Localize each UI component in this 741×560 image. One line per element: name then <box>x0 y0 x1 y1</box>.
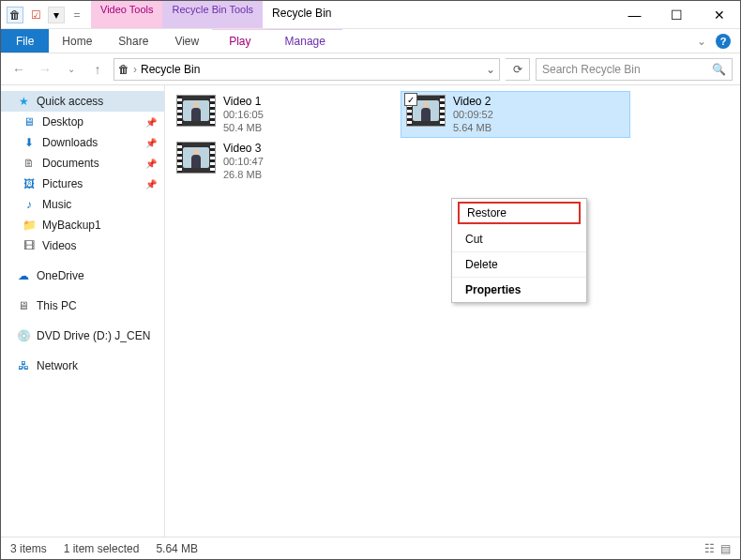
sidebar-item-label: DVD Drive (D:) J_CEN <box>37 329 150 342</box>
context-menu-restore[interactable]: Restore <box>458 202 581 224</box>
minimize-button[interactable]: — <box>613 1 656 28</box>
status-selection-size: 5.64 MB <box>156 542 198 555</box>
network-icon: 🖧 <box>16 358 31 373</box>
pin-icon: 📌 <box>145 117 157 128</box>
maximize-button[interactable]: ☐ <box>656 1 698 28</box>
star-icon: ★ <box>16 94 31 109</box>
status-selection-count: 1 item selected <box>64 542 140 555</box>
sidebar-item-mybackup1[interactable]: 📁 MyBackup1 <box>1 215 164 235</box>
tiles-view-icon[interactable]: ▤ <box>720 542 731 555</box>
context-menu: Restore Cut Delete Properties <box>451 198 587 303</box>
status-item-count: 3 items <box>10 542 47 555</box>
refresh-button[interactable]: ⟳ <box>506 58 530 81</box>
download-icon: ⬇ <box>22 135 37 150</box>
tab-manage[interactable]: Manage <box>268 29 342 53</box>
tab-play[interactable]: Play <box>212 29 267 53</box>
document-icon: 🗎 <box>22 156 37 171</box>
sidebar-item-desktop[interactable]: 🖥 Desktop 📌 <box>1 112 164 132</box>
pin-icon: 📌 <box>145 159 157 169</box>
video-thumbnail <box>176 142 216 174</box>
onedrive-icon: ☁ <box>16 268 31 283</box>
recycle-bin-addr-icon: 🗑 <box>118 63 129 76</box>
tab-view[interactable]: View <box>161 29 212 53</box>
file-meta: Video 2 00:09:52 5.64 MB <box>453 95 493 134</box>
properties-icon[interactable]: ☑ <box>27 7 44 23</box>
file-duration: 00:09:52 <box>453 108 493 121</box>
search-icon[interactable]: 🔍 <box>712 63 726 76</box>
recycle-bin-icon[interactable]: 🗑 <box>7 7 23 23</box>
sidebar-item-label: Downloads <box>42 136 98 149</box>
titlebar: 🗑 ☑ ▾ = Video Tools Recycle Bin Tools Re… <box>1 1 740 29</box>
sidebar-quick-access[interactable]: ★ Quick access <box>1 91 164 112</box>
navigation-bar: ← → ⌄ ↑ 🗑 › Recycle Bin ⌄ ⟳ 🔍 <box>1 53 740 85</box>
pin-icon: 📌 <box>145 179 157 189</box>
file-list-area[interactable]: Video 1 00:16:05 50.4 MB ✓ Video 2 00:09… <box>165 85 740 537</box>
breadcrumb-sep-icon: › <box>133 63 137 76</box>
sidebar-item-downloads[interactable]: ⬇ Downloads 📌 <box>1 132 164 153</box>
sidebar-item-documents[interactable]: 🗎 Documents 📌 <box>1 153 164 174</box>
close-button[interactable]: ✕ <box>698 1 740 28</box>
context-menu-properties[interactable]: Properties <box>452 278 586 302</box>
recycle-bin-tools-tab[interactable]: Recycle Bin Tools <box>162 1 263 28</box>
file-meta: Video 1 00:16:05 50.4 MB <box>223 95 264 134</box>
sidebar-item-label: Music <box>42 198 71 211</box>
file-meta: Video 3 00:10:47 26.8 MB <box>223 142 264 181</box>
context-menu-cut[interactable]: Cut <box>452 227 586 252</box>
file-item-selected[interactable]: ✓ Video 2 00:09:52 5.64 MB <box>401 91 630 138</box>
qat-overflow-icon[interactable]: ▾ <box>48 7 65 23</box>
file-tab[interactable]: File <box>1 29 49 53</box>
back-button[interactable]: ← <box>8 59 29 80</box>
sidebar-item-label: Network <box>37 359 78 372</box>
tab-share[interactable]: Share <box>105 29 161 53</box>
video-tools-tab[interactable]: Video Tools <box>91 1 162 28</box>
folder-icon: 📁 <box>22 218 37 233</box>
breadcrumb-location[interactable]: Recycle Bin <box>141 63 200 76</box>
sidebar-dvd-drive[interactable]: 💿 DVD Drive (D:) J_CEN <box>1 325 164 346</box>
file-size: 5.64 MB <box>453 121 493 134</box>
window-controls: — ☐ ✕ <box>613 1 740 28</box>
file-duration: 00:16:05 <box>223 108 264 121</box>
sidebar-item-pictures[interactable]: 🖼 Pictures 📌 <box>1 174 164 194</box>
address-bar[interactable]: 🗑 › Recycle Bin ⌄ <box>113 58 500 81</box>
sidebar-this-pc[interactable]: 🖥 This PC <box>1 295 164 316</box>
help-icon[interactable]: ? <box>716 34 731 49</box>
details-view-icon[interactable]: ☷ <box>704 542 715 555</box>
sidebar-onedrive[interactable]: ☁ OneDrive <box>1 265 164 286</box>
picture-icon: 🖼 <box>22 176 37 191</box>
address-dropdown-icon[interactable]: ⌄ <box>486 63 495 76</box>
sidebar-item-videos[interactable]: 🎞 Videos <box>1 235 164 256</box>
recent-dropdown[interactable]: ⌄ <box>61 59 82 80</box>
video-thumbnail <box>176 95 216 127</box>
sidebar-item-music[interactable]: ♪ Music <box>1 194 164 215</box>
qat-separator: = <box>68 7 85 23</box>
search-box[interactable]: 🔍 <box>536 58 733 81</box>
pc-icon: 🖥 <box>16 298 31 313</box>
sidebar-item-label: Pictures <box>42 177 83 190</box>
forward-button[interactable]: → <box>35 59 55 80</box>
sidebar-item-label: Videos <box>42 239 76 252</box>
sidebar-network[interactable]: 🖧 Network <box>1 356 164 376</box>
sidebar-item-label: Desktop <box>42 115 83 129</box>
explorer-window: 🗑 ☑ ▾ = Video Tools Recycle Bin Tools Re… <box>0 0 741 560</box>
search-input[interactable] <box>542 63 712 76</box>
up-button[interactable]: ↑ <box>87 59 108 80</box>
video-icon: 🎞 <box>22 238 37 253</box>
body: ★ Quick access 🖥 Desktop 📌 ⬇ Downloads 📌… <box>1 85 740 537</box>
selection-checkbox[interactable]: ✓ <box>404 93 417 106</box>
file-item[interactable]: Video 1 00:16:05 50.4 MB <box>171 91 401 138</box>
quick-access-toolbar: 🗑 ☑ ▾ = <box>1 1 91 28</box>
sidebar-quick-access-label: Quick access <box>37 95 103 108</box>
context-menu-delete[interactable]: Delete <box>452 252 586 278</box>
file-size: 26.8 MB <box>223 168 264 181</box>
sidebar-item-label: Documents <box>42 157 99 170</box>
status-bar: 3 items 1 item selected 5.64 MB ☷ ▤ <box>1 537 740 559</box>
tab-home[interactable]: Home <box>49 29 105 53</box>
pin-icon: 📌 <box>145 138 157 148</box>
disc-icon: 💿 <box>16 328 31 343</box>
sidebar-item-label: MyBackup1 <box>42 219 101 232</box>
file-name: Video 2 <box>453 95 493 108</box>
ribbon-tabs: File Home Share View Play Manage ⌄ ? <box>1 29 740 53</box>
ribbon-expand-icon[interactable]: ⌄ <box>697 35 706 48</box>
file-item[interactable]: Video 3 00:10:47 26.8 MB <box>171 138 401 185</box>
music-icon: ♪ <box>22 197 37 212</box>
